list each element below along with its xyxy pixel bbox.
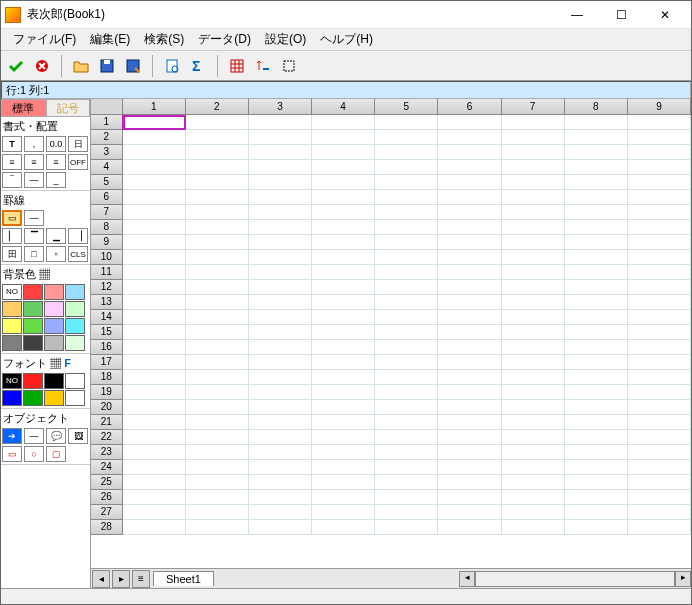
cell[interactable] [628, 520, 691, 535]
cell[interactable] [628, 250, 691, 265]
cell[interactable] [565, 190, 628, 205]
cell[interactable] [502, 475, 565, 490]
cell[interactable] [123, 325, 186, 340]
cell[interactable] [628, 265, 691, 280]
cell[interactable] [375, 205, 438, 220]
valign-top-button[interactable]: ‾ [2, 172, 22, 188]
cell[interactable] [438, 460, 501, 475]
cell[interactable] [312, 295, 375, 310]
bgcolor-swatch[interactable] [2, 335, 22, 351]
cell[interactable] [438, 325, 501, 340]
column-header[interactable]: 3 [249, 99, 312, 114]
cell[interactable] [375, 130, 438, 145]
cell[interactable] [123, 370, 186, 385]
cell[interactable] [312, 190, 375, 205]
cell[interactable] [628, 490, 691, 505]
column-header[interactable]: 6 [438, 99, 501, 114]
cell[interactable] [375, 310, 438, 325]
bgcolor-swatch[interactable] [23, 335, 43, 351]
cell[interactable] [375, 385, 438, 400]
cell[interactable] [502, 145, 565, 160]
cell[interactable] [249, 175, 312, 190]
cell[interactable] [186, 460, 249, 475]
scroll-track[interactable] [475, 571, 675, 587]
cell[interactable] [628, 415, 691, 430]
cell[interactable] [628, 325, 691, 340]
cell[interactable] [249, 475, 312, 490]
cell[interactable] [502, 355, 565, 370]
cell[interactable] [628, 370, 691, 385]
cell[interactable] [502, 385, 565, 400]
menu-data[interactable]: データ(D) [192, 29, 257, 50]
cell[interactable] [249, 520, 312, 535]
cell[interactable] [628, 175, 691, 190]
menu-edit[interactable]: 編集(E) [84, 29, 136, 50]
border-outer-button[interactable]: □ [24, 246, 44, 262]
cell[interactable] [186, 250, 249, 265]
cell[interactable] [186, 175, 249, 190]
menu-help[interactable]: ヘルプ(H) [314, 29, 379, 50]
cell[interactable] [438, 115, 501, 130]
bgcolor-swatch[interactable] [65, 318, 85, 334]
cell[interactable] [628, 355, 691, 370]
cell[interactable] [502, 130, 565, 145]
fontcolor-swatch[interactable] [23, 373, 43, 389]
cell[interactable] [438, 520, 501, 535]
cell[interactable] [438, 130, 501, 145]
tab-prev-button[interactable]: ▸ [112, 570, 130, 588]
row-header[interactable]: 23 [91, 445, 123, 460]
row-header[interactable]: 15 [91, 325, 123, 340]
cell[interactable] [186, 370, 249, 385]
comma-format-button[interactable]: , [24, 136, 44, 152]
cell[interactable] [565, 250, 628, 265]
cell[interactable] [438, 190, 501, 205]
cell[interactable] [565, 415, 628, 430]
horizontal-scrollbar[interactable]: ◂ ▸ [224, 571, 691, 587]
menu-settings[interactable]: 設定(O) [259, 29, 312, 50]
cell[interactable] [628, 310, 691, 325]
cell[interactable] [628, 115, 691, 130]
cell[interactable] [375, 355, 438, 370]
cell[interactable] [502, 280, 565, 295]
cell[interactable] [438, 235, 501, 250]
cell[interactable] [186, 490, 249, 505]
row-header[interactable]: 25 [91, 475, 123, 490]
cell[interactable] [312, 370, 375, 385]
cell[interactable] [186, 235, 249, 250]
close-button[interactable]: ✕ [643, 1, 687, 29]
cell[interactable] [375, 220, 438, 235]
cell[interactable] [312, 520, 375, 535]
cell[interactable] [565, 325, 628, 340]
cell[interactable] [565, 430, 628, 445]
cell[interactable] [438, 355, 501, 370]
save-button[interactable] [96, 55, 118, 77]
align-left-button[interactable]: ≡ [2, 154, 22, 170]
cell[interactable] [249, 250, 312, 265]
cell[interactable] [502, 220, 565, 235]
cell[interactable] [186, 430, 249, 445]
cell[interactable] [438, 175, 501, 190]
open-button[interactable] [70, 55, 92, 77]
cell[interactable] [186, 355, 249, 370]
cell[interactable] [186, 205, 249, 220]
sort-button[interactable] [252, 55, 274, 77]
cell[interactable] [438, 310, 501, 325]
cell[interactable] [312, 340, 375, 355]
fontcolor-swatch[interactable] [44, 390, 64, 406]
cell[interactable] [312, 205, 375, 220]
cell[interactable] [186, 475, 249, 490]
fontcolor-swatch[interactable]: NO [2, 373, 22, 389]
cell[interactable] [123, 505, 186, 520]
border-none-button[interactable]: ▫ [46, 246, 66, 262]
cell[interactable] [565, 130, 628, 145]
fontcolor-swatch[interactable] [65, 373, 85, 389]
cell[interactable] [123, 220, 186, 235]
cell[interactable] [438, 295, 501, 310]
column-header[interactable]: 5 [375, 99, 438, 114]
row-header[interactable]: 7 [91, 205, 123, 220]
row-header[interactable]: 1 [91, 115, 123, 130]
scroll-right-button[interactable]: ▸ [675, 571, 691, 587]
cell[interactable] [628, 460, 691, 475]
minimize-button[interactable]: — [555, 1, 599, 29]
row-header[interactable]: 2 [91, 130, 123, 145]
